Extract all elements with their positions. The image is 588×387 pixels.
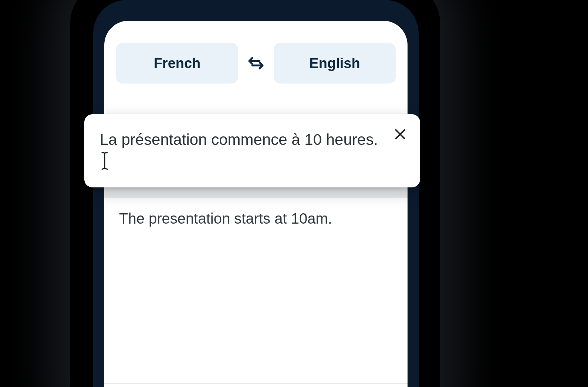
source-text-value: La présentation commence à 10 heures. xyxy=(100,131,378,148)
target-language-label: English xyxy=(309,55,360,71)
source-language-label: French xyxy=(154,55,201,71)
clear-input-button[interactable] xyxy=(391,125,409,143)
language-selector-bar: French English xyxy=(104,21,408,97)
source-input-card[interactable]: La présentation commence à 10 heures. xyxy=(84,114,420,187)
translation-text: The presentation starts at 10am. xyxy=(119,210,393,227)
output-toolbar xyxy=(104,383,408,387)
swap-icon xyxy=(247,54,265,72)
target-language-button[interactable]: English xyxy=(274,43,396,84)
close-icon xyxy=(393,127,408,142)
swap-languages-button[interactable] xyxy=(246,54,266,73)
source-input-text[interactable]: La présentation commence à 10 heures. xyxy=(100,129,383,173)
source-language-button[interactable]: French xyxy=(116,43,238,84)
text-cursor-icon xyxy=(101,151,109,170)
phone-screen: French English The presentation starts a… xyxy=(104,21,408,387)
translation-output-area: The presentation starts at 10am. xyxy=(104,198,408,257)
